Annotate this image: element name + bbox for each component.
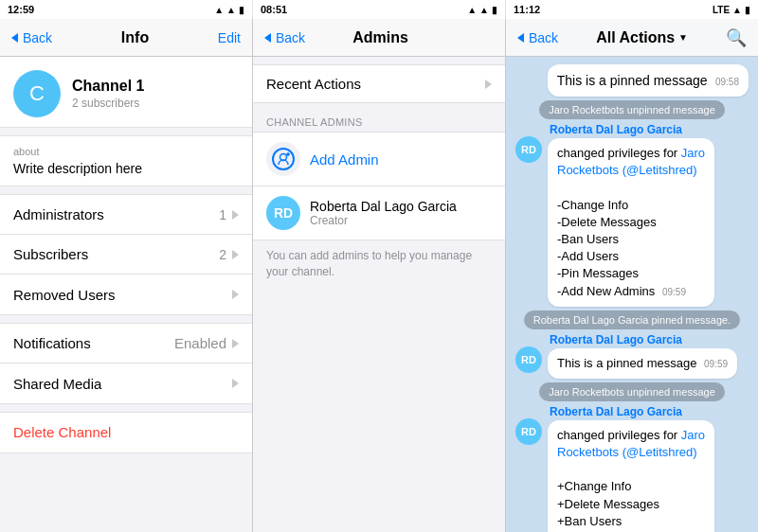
status-bar-panel3: 11:12 LTE ▲ ▮ (506, 0, 758, 19)
helper-text: You can add admins to help you manage yo… (253, 240, 505, 288)
chat-bubble-container-2: Roberta Dal Lago Garcia changed privileg… (548, 405, 714, 532)
edit-button[interactable]: Edit (218, 30, 241, 45)
administrators-item[interactable]: Administrators 1 (0, 195, 252, 235)
admins-navbar: Back Admins (253, 19, 505, 57)
about-section: about Write description here (0, 135, 252, 186)
admin-name: Roberta Dal Lago Garcia (310, 199, 492, 214)
delete-channel-button[interactable]: Delete Channel (13, 424, 111, 440)
dropdown-icon: ▼ (678, 32, 688, 43)
chevron-left-icon (11, 33, 18, 43)
add-admin-label[interactable]: Add Admin (310, 151, 379, 168)
panel-info: Back Info Edit C Channel 1 2 subscribers… (0, 19, 253, 532)
msg-avatar-3: RD (515, 418, 542, 445)
system-unpinned-2: Jaro Rocketbots unpinned message (515, 382, 749, 401)
wifi-icon2: ▲ (479, 5, 489, 15)
all-actions-title: All Actions ▼ (596, 29, 688, 46)
chat-row-2: RD Roberta Dal Lago Garcia changed privi… (515, 405, 749, 532)
signal-icon: ▲ (214, 5, 224, 15)
recent-actions-item[interactable]: Recent Actions (253, 65, 505, 102)
about-text: Write description here (13, 161, 239, 176)
chat-messages: This is a pinned message 09:58 Jaro Rock… (506, 57, 758, 532)
chevron-right-admin (232, 210, 239, 220)
removed-users-item[interactable]: Removed Users (0, 275, 252, 314)
chevron-right-subs (232, 250, 239, 259)
system-msg-1: Jaro Rocketbots unpinned message (539, 100, 725, 119)
back-button-chat[interactable]: Back (517, 30, 558, 45)
bubble-sender-1: Roberta Dal Lago Garcia (548, 123, 714, 136)
admin-avatar: RD (266, 196, 300, 230)
signal-icon2: ▲ (467, 5, 477, 15)
notifications-value: Enabled (174, 335, 226, 351)
chevron-right-notif (232, 339, 239, 348)
chat-bubble-1: changed privileges for JaroRocketbots (@… (548, 138, 714, 307)
system-msg-pinned: Roberta Dal Lago Garcia pinned message. (524, 310, 741, 329)
chevron-right-recent (485, 80, 492, 89)
chevron-left-icon2 (264, 33, 271, 43)
about-label: about (13, 146, 239, 157)
status-bar-panel1: 12:59 ▲ ▲ ▮ (0, 0, 253, 19)
delete-section: Delete Channel (0, 412, 252, 453)
bubble-sender-2: Roberta Dal Lago Garcia (548, 405, 714, 418)
administrators-label: Administrators (13, 206, 219, 222)
pinned-msg-row: This is a pinned message 09:58 (515, 64, 749, 97)
notifications-label: Notifications (13, 335, 174, 351)
system-msg-2: Jaro Rocketbots unpinned message (539, 382, 725, 401)
removed-users-label: Removed Users (13, 287, 232, 303)
chat-bubble-container-1: Roberta Dal Lago Garcia changed privileg… (548, 123, 714, 307)
status-icons-panel3: LTE ▲ ▮ (713, 5, 750, 15)
wifi-icon3: ▲ (732, 5, 742, 15)
channel-header: C Channel 1 2 subscribers (0, 57, 252, 128)
pinned-msg-row-2: RD Roberta Dal Lago Garcia This is a pin… (515, 333, 749, 379)
time-panel3: 11:12 (514, 4, 540, 15)
bubble-sender-pinned: Roberta Dal Lago Garcia (548, 333, 737, 346)
status-icons-panel2: ▲ ▲ ▮ (467, 5, 497, 15)
recent-actions-label: Recent Actions (266, 76, 485, 92)
admin-role: Creator (310, 214, 492, 227)
subscribers-badge: 2 (219, 247, 226, 262)
admin-info: Roberta Dal Lago Garcia Creator (310, 199, 492, 227)
chevron-right-media (232, 379, 239, 388)
pinned-chat-bubble: This is a pinned message 09:59 (548, 348, 737, 379)
chevron-right-removed (232, 290, 239, 299)
back-button-admins[interactable]: Back (264, 30, 305, 45)
recent-actions-section: Recent Actions (253, 64, 505, 103)
channel-subscribers: 2 subscribers (72, 97, 144, 110)
msg-avatar-2: RD (515, 346, 542, 373)
chat-navbar: Back All Actions ▼ 🔍 (506, 19, 758, 57)
mention-jaro-2: JaroRocketbots (@Letitshred) (557, 428, 705, 459)
chat-bubble-2: changed privileges for JaroRocketbots (@… (548, 420, 714, 532)
status-icons-panel1: ▲ ▲ ▮ (214, 5, 244, 15)
add-admin-item[interactable]: Add Admin (253, 133, 505, 186)
battery-icon2: ▮ (492, 5, 497, 15)
time-panel2: 08:51 (261, 4, 287, 15)
channel-info: Channel 1 2 subscribers (72, 78, 144, 110)
menu-section: Administrators 1 Subscribers 2 Removed U… (0, 194, 252, 315)
system-unpinned-1: Jaro Rocketbots unpinned message (515, 100, 749, 119)
admin-roberta-item[interactable]: RD Roberta Dal Lago Garcia Creator (253, 186, 505, 239)
pinned-time-2: 09:59 (704, 359, 728, 369)
admins-list: Add Admin RD Roberta Dal Lago Garcia Cre… (253, 132, 505, 240)
info-navbar: Back Info Edit (0, 19, 252, 57)
subscribers-item[interactable]: Subscribers 2 (0, 235, 252, 275)
wifi-icon: ▲ (226, 5, 236, 15)
panel-admins: Back Admins Recent Actions CHANNEL ADMIN… (253, 19, 506, 532)
battery-icon3: ▮ (745, 5, 750, 15)
channel-admins-header: CHANNEL ADMINS (253, 111, 505, 132)
channel-name: Channel 1 (72, 78, 144, 95)
pinned-text: This is a pinned message (557, 73, 708, 88)
msg-time-1: 09:59 (662, 287, 686, 297)
admins-title: Admins (352, 29, 408, 46)
search-icon-chat[interactable]: 🔍 (726, 27, 747, 48)
notifications-section: Notifications Enabled Shared Media (0, 323, 252, 404)
chat-row-1: RD Roberta Dal Lago Garcia changed privi… (515, 123, 749, 307)
add-admin-icon-wrap (266, 142, 300, 176)
pinned-bubble-container: Roberta Dal Lago Garcia This is a pinned… (548, 333, 737, 379)
channel-avatar: C (13, 70, 61, 117)
info-title: Info (121, 29, 149, 46)
battery-icon: ▮ (239, 5, 244, 15)
notifications-item[interactable]: Notifications Enabled (0, 324, 252, 364)
shared-media-item[interactable]: Shared Media (0, 364, 252, 403)
back-button-info[interactable]: Back (11, 30, 52, 45)
time-panel1: 12:59 (8, 4, 34, 15)
msg-avatar-1: RD (515, 136, 542, 163)
